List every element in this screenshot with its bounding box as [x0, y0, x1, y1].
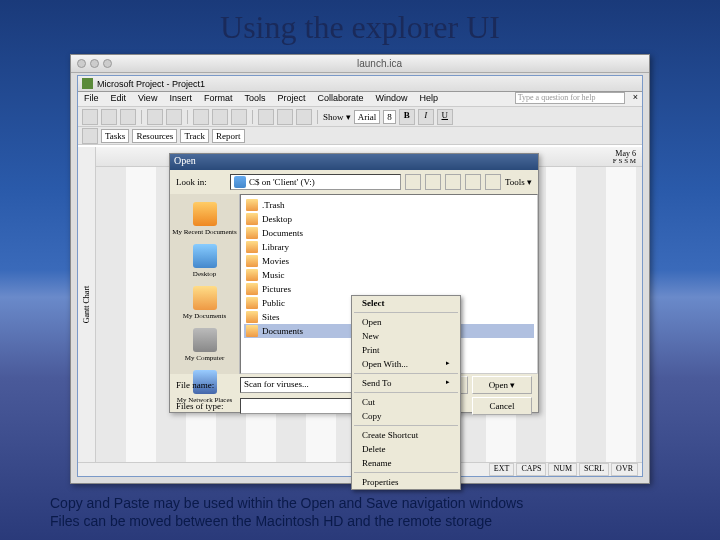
app-titlebar: Microsoft Project - Project1: [78, 76, 642, 92]
folder-icon: [193, 328, 217, 352]
open-dialog-title: Open: [170, 154, 538, 170]
file-item[interactable]: Movies: [244, 254, 534, 268]
cancel-button[interactable]: Cancel: [472, 397, 532, 415]
menu-format[interactable]: Format: [198, 92, 239, 106]
copy-button[interactable]: [212, 109, 228, 125]
save-button[interactable]: [120, 109, 136, 125]
underline-button[interactable]: U: [437, 109, 453, 125]
menu-tools[interactable]: Tools: [238, 92, 271, 106]
file-item[interactable]: Music: [244, 268, 534, 282]
tools-menu[interactable]: Tools ▾: [505, 177, 532, 187]
look-in-select[interactable]: C$ on 'Client' (V:): [230, 174, 401, 190]
file-name: Documents: [262, 228, 303, 238]
menu-item-copy[interactable]: Copy: [352, 409, 460, 423]
places-bar: My Recent DocumentsDesktopMy DocumentsMy…: [170, 194, 240, 374]
menu-item-cut[interactable]: Cut: [352, 395, 460, 409]
place-my-computer[interactable]: My Computer: [170, 324, 239, 366]
slide-title: Using the explorer UI: [0, 0, 720, 50]
file-item[interactable]: .Trash: [244, 198, 534, 212]
menu-project[interactable]: Project: [271, 92, 311, 106]
toolbar-standard: Show ▾ Arial 8 B I U: [78, 107, 642, 127]
new-button[interactable]: [82, 109, 98, 125]
menu-item-new[interactable]: New: [352, 329, 460, 343]
gantt-bar-label: Gantt Chart: [78, 147, 96, 462]
show-dropdown[interactable]: Show ▾: [323, 112, 351, 122]
file-name: Public: [262, 298, 285, 308]
cut-button[interactable]: [193, 109, 209, 125]
folder-icon: [246, 255, 258, 267]
close-icon[interactable]: [77, 59, 86, 68]
menu-edit[interactable]: Edit: [105, 92, 133, 106]
place-label: Desktop: [193, 270, 216, 278]
views-button[interactable]: [485, 174, 501, 190]
place-label: My Documents: [183, 312, 226, 320]
caption-line-2: Files can be moved between the Macintosh…: [50, 512, 670, 530]
place-my-documents[interactable]: My Documents: [170, 282, 239, 324]
place-my-recent-documents[interactable]: My Recent Documents: [170, 198, 239, 240]
file-item[interactable]: Documents: [244, 226, 534, 240]
open-button[interactable]: [101, 109, 117, 125]
status-scrl: SCRL: [579, 463, 609, 476]
status-num: NUM: [548, 463, 577, 476]
open-action-button[interactable]: Open ▾: [472, 376, 532, 394]
font-select[interactable]: Arial: [354, 110, 381, 124]
file-name: .Trash: [262, 200, 284, 210]
report-button[interactable]: Report: [212, 129, 245, 143]
file-name: Documents: [262, 326, 303, 336]
menu-item-delete[interactable]: Delete: [352, 442, 460, 456]
file-name: Pictures: [262, 284, 291, 294]
guide-icon[interactable]: [82, 128, 98, 144]
file-name: Movies: [262, 256, 289, 266]
back-button[interactable]: [405, 174, 421, 190]
menu-item-print[interactable]: Print: [352, 343, 460, 357]
status-caps: CAPS: [516, 463, 546, 476]
status-ovr: OVR: [611, 463, 638, 476]
preview-button[interactable]: [166, 109, 182, 125]
folder-icon: [246, 325, 258, 337]
menu-view[interactable]: View: [132, 92, 163, 106]
track-button[interactable]: Track: [180, 129, 209, 143]
link-button[interactable]: [277, 109, 293, 125]
menu-insert[interactable]: Insert: [163, 92, 198, 106]
menu-item-rename[interactable]: Rename: [352, 456, 460, 470]
minimize-icon[interactable]: [90, 59, 99, 68]
new-folder-button[interactable]: [465, 174, 481, 190]
size-select[interactable]: 8: [383, 110, 396, 124]
delete-button[interactable]: [445, 174, 461, 190]
print-button[interactable]: [147, 109, 163, 125]
resources-button[interactable]: Resources: [132, 129, 177, 143]
menu-file[interactable]: File: [78, 92, 105, 106]
undo-button[interactable]: [258, 109, 274, 125]
bold-button[interactable]: B: [399, 109, 415, 125]
file-item[interactable]: Pictures: [244, 282, 534, 296]
menu-item-send-to[interactable]: Send To: [352, 376, 460, 390]
app-icon: [82, 78, 93, 89]
app-title: Microsoft Project - Project1: [97, 79, 205, 89]
menu-item-create-shortcut[interactable]: Create Shortcut: [352, 428, 460, 442]
paste-button[interactable]: [231, 109, 247, 125]
tasks-button[interactable]: Tasks: [101, 129, 129, 143]
place-desktop[interactable]: Desktop: [170, 240, 239, 282]
zoom-icon[interactable]: [103, 59, 112, 68]
filetype-label: Files of type:: [176, 401, 236, 411]
slide-caption: Copy and Paste may be used within the Op…: [50, 494, 670, 530]
file-item[interactable]: Library: [244, 240, 534, 254]
file-item[interactable]: Desktop: [244, 212, 534, 226]
unlink-button[interactable]: [296, 109, 312, 125]
folder-icon: [246, 297, 258, 309]
menu-item-open[interactable]: Open: [352, 315, 460, 329]
menu-item-properties[interactable]: Properties: [352, 475, 460, 489]
toolbar-guide: Tasks Resources Track Report: [78, 127, 642, 145]
file-name: Desktop: [262, 214, 292, 224]
menu-help[interactable]: Help: [414, 92, 445, 106]
file-name: Sites: [262, 312, 280, 322]
menu-window[interactable]: Window: [369, 92, 413, 106]
up-button[interactable]: [425, 174, 441, 190]
menu-collaborate[interactable]: Collaborate: [311, 92, 369, 106]
menu-item-select[interactable]: Select: [352, 296, 460, 310]
menu-item-open-with-[interactable]: Open With...: [352, 357, 460, 371]
help-search-input[interactable]: Type a question for help: [515, 92, 625, 104]
italic-button[interactable]: I: [418, 109, 434, 125]
folder-icon: [246, 269, 258, 281]
close-button[interactable]: ×: [629, 92, 642, 106]
